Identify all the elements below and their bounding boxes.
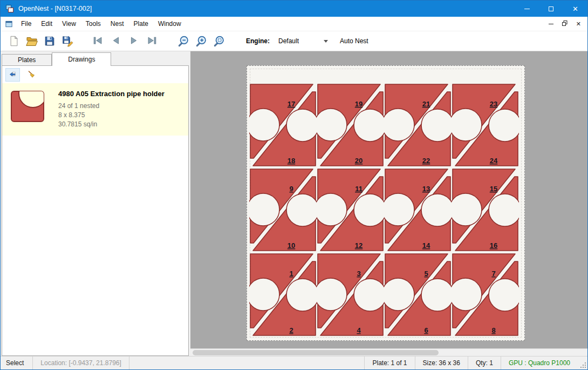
nest-pair[interactable]: 11 12 <box>317 167 384 252</box>
tab-plates[interactable]: Plates <box>2 54 52 66</box>
nest-canvas[interactable]: 17 18 19 20 21 22 23 24 <box>190 51 587 356</box>
part-number: 21 <box>422 100 430 108</box>
pipe-hole <box>354 279 384 311</box>
part-number: 15 <box>490 185 497 193</box>
drawings-panel: 4980 A05 Extraction pipe holder 24 of 1 … <box>2 65 189 356</box>
pipe-hole <box>317 193 347 226</box>
part-nested-count: 24 of 1 nested <box>58 102 165 111</box>
scrollbar-thumb[interactable] <box>193 350 439 355</box>
mdi-close-button[interactable]: ✕ <box>576 21 581 28</box>
pipe-hole <box>249 109 279 141</box>
last-plate-button[interactable] <box>142 33 160 49</box>
close-button[interactable]: ✕ <box>563 1 587 17</box>
pipe-hole <box>354 194 384 226</box>
part-number: 3 <box>357 270 360 278</box>
tab-drawings[interactable]: Drawings <box>52 52 111 66</box>
nest-pair[interactable]: 15 16 <box>452 167 519 252</box>
pipe-hole <box>286 279 317 311</box>
pipe-hole <box>317 109 347 141</box>
part-number: 6 <box>424 326 428 334</box>
status-location: Location: [-0.9437, 21.8796] <box>33 359 128 367</box>
save-icon <box>44 35 56 47</box>
part-number: 24 <box>490 157 498 165</box>
zoom-in-icon <box>195 35 207 48</box>
nest-pair[interactable]: 9 10 <box>249 167 317 252</box>
status-gpu: GPU : Quadro P1000 <box>501 359 578 367</box>
first-plate-button[interactable] <box>89 33 107 49</box>
part-title: 4980 A05 Extraction pipe holder <box>58 90 165 98</box>
part-area: 30.7815 sq/in <box>58 120 165 129</box>
part-number: 1 <box>289 270 293 278</box>
menubar: File Edit View Tools Nest Plate Window ✕ <box>1 17 587 31</box>
save-button[interactable] <box>40 33 58 49</box>
statusbar: Select Location: [-0.9437, 21.8796] Plat… <box>1 356 587 369</box>
engine-label: Engine: <box>246 37 270 45</box>
app-icon <box>5 4 14 13</box>
menu-window[interactable]: Window <box>153 17 186 30</box>
next-plate-button[interactable] <box>125 33 142 49</box>
size-grip-icon <box>579 361 586 368</box>
plate[interactable]: 17 18 19 20 21 22 23 24 <box>247 65 525 341</box>
open-folder-icon <box>25 35 38 48</box>
maximize-button[interactable] <box>539 1 563 17</box>
pipe-hole <box>384 278 414 311</box>
menu-edit[interactable]: Edit <box>36 17 57 30</box>
status-mode: Select <box>1 359 32 367</box>
menu-tools[interactable]: Tools <box>81 17 106 30</box>
part-number: 20 <box>355 157 363 165</box>
minimize-button[interactable] <box>515 1 539 17</box>
previous-plate-button[interactable] <box>107 33 125 49</box>
part-number: 22 <box>422 157 430 165</box>
engine-value: Default <box>278 37 299 45</box>
nest-pair[interactable]: 3 4 <box>317 252 384 337</box>
pipe-hole <box>452 109 482 141</box>
pipe-hole <box>421 279 452 311</box>
part-number: 7 <box>491 270 495 278</box>
drawing-list-item[interactable]: 4980 A05 Extraction pipe holder 24 of 1 … <box>2 83 188 136</box>
menu-nest[interactable]: Nest <box>106 17 129 30</box>
zoom-fit-button[interactable] <box>210 33 228 49</box>
menu-file[interactable]: File <box>16 17 36 30</box>
chevron-down-icon <box>324 40 328 43</box>
pipe-hole <box>384 109 414 141</box>
nest-pair[interactable]: 21 22 <box>384 83 452 167</box>
nest-pair[interactable]: 7 8 <box>452 252 519 337</box>
last-icon <box>146 35 158 47</box>
zoom-out-button[interactable] <box>174 33 192 49</box>
nest-pair[interactable]: 13 14 <box>384 167 452 252</box>
drawings-toolbar <box>2 66 188 83</box>
next-icon <box>128 35 140 47</box>
open-button[interactable] <box>23 33 40 49</box>
zoom-in-button[interactable] <box>192 33 210 49</box>
horizontal-scrollbar[interactable] <box>190 348 587 356</box>
part-number: 17 <box>288 100 295 108</box>
new-button[interactable] <box>5 33 23 49</box>
part-thumbnail <box>9 88 46 124</box>
pipe-hole <box>489 279 519 311</box>
move-back-button[interactable] <box>5 68 20 82</box>
nest-pair[interactable]: 23 24 <box>452 83 519 167</box>
auto-nest-button[interactable]: Auto Nest <box>340 37 368 45</box>
part-number: 2 <box>289 326 293 334</box>
part-number: 13 <box>422 185 430 193</box>
mdi-restore-button[interactable] <box>562 20 568 28</box>
part-number: 8 <box>491 326 495 334</box>
nest-pair[interactable]: 19 20 <box>317 83 384 167</box>
window-title: OpenNest - [N0317-002] <box>18 5 92 12</box>
engine-select[interactable]: Default <box>276 35 330 48</box>
mdi-minimize-button[interactable] <box>549 24 553 24</box>
save-edit-button[interactable] <box>58 33 76 49</box>
part-number: 16 <box>490 241 497 250</box>
nest-pair[interactable]: 17 18 <box>249 83 317 167</box>
first-icon <box>92 35 104 47</box>
nest-pair[interactable]: 5 6 <box>384 252 452 337</box>
part-number: 12 <box>355 241 363 250</box>
size-grip[interactable] <box>578 356 587 369</box>
part-number: 9 <box>289 185 293 193</box>
clean-button[interactable] <box>24 68 39 82</box>
sidebar: Plates Drawings <box>1 51 189 356</box>
nest-pair[interactable]: 1 2 <box>249 252 317 337</box>
new-file-icon <box>8 35 20 47</box>
menu-plate[interactable]: Plate <box>129 17 153 30</box>
menu-view[interactable]: View <box>57 17 81 30</box>
